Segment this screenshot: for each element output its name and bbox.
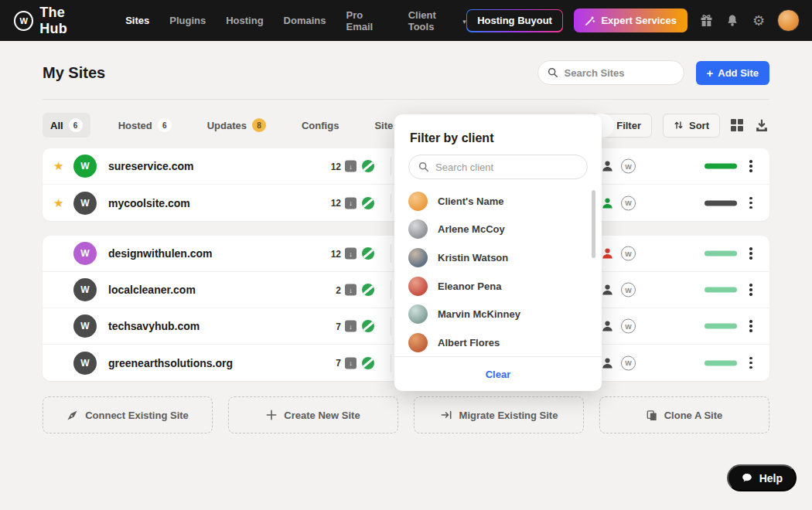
column-divider <box>391 157 391 175</box>
tab-all[interactable]: All 6 <box>43 113 90 138</box>
sort-button[interactable]: Sort <box>663 114 720 138</box>
expert-services-button[interactable]: Expert Services <box>574 8 687 32</box>
grid-view-icon[interactable] <box>731 119 743 131</box>
wordpress-icon[interactable]: W <box>621 283 636 298</box>
client-search-box[interactable] <box>408 155 588 179</box>
header-divider <box>43 99 769 100</box>
tab-configs[interactable]: Configs <box>294 114 346 137</box>
client-row[interactable]: Eleanor Pena <box>408 272 586 301</box>
migrate-existing-site-button[interactable]: Migrate Existing Site <box>414 396 584 434</box>
client-avatar <box>408 333 428 352</box>
nav-item-pro-email[interactable]: Pro Email <box>346 9 387 32</box>
tab-label: Hosted <box>118 120 152 131</box>
wordpress-icon[interactable]: W <box>621 246 636 261</box>
client-icon[interactable] <box>601 284 614 296</box>
nav-item-domains[interactable]: Domains <box>284 15 326 26</box>
client-row[interactable]: Arlene McCoy <box>408 216 586 244</box>
client-icon[interactable] <box>601 357 614 369</box>
nav-item-plugins[interactable]: Plugins <box>169 15 206 26</box>
updates-icon: ↓ <box>345 197 357 209</box>
wordpress-icon[interactable]: W <box>621 196 636 210</box>
search-sites-input[interactable] <box>565 67 665 79</box>
nav-item-hosting[interactable]: Hosting <box>226 15 263 26</box>
client-avatar <box>408 304 428 324</box>
row-menu-button[interactable] <box>746 194 756 212</box>
updates-count: 12 <box>331 198 341 209</box>
nav-item-client-tools[interactable]: Client Tools ▾ <box>408 9 466 32</box>
site-avatar: W <box>73 155 97 178</box>
connect-pen-icon <box>67 410 78 421</box>
client-icon[interactable] <box>601 160 614 172</box>
chevron-down-icon: ▾ <box>462 18 466 26</box>
popup-scrollbar[interactable] <box>592 190 595 258</box>
page-header: My Sites + Add Site <box>43 59 769 87</box>
tab-label: All <box>50 120 63 131</box>
add-site-button[interactable]: + Add Site <box>696 61 770 85</box>
updates-cell[interactable]: 7 ↓ <box>290 357 357 369</box>
tab-hosted[interactable]: Hosted 6 <box>111 113 179 138</box>
client-row[interactable]: Albert Flores <box>408 328 586 357</box>
updates-cell[interactable]: 12 ↓ <box>290 248 357 260</box>
nav-item-sites[interactable]: Sites <box>125 15 149 26</box>
tab-updates[interactable]: Updates 8 <box>200 113 274 138</box>
export-download-icon[interactable] <box>754 117 769 133</box>
gift-icon[interactable] <box>698 13 714 29</box>
updates-cell[interactable]: 12 ↓ <box>290 197 357 209</box>
help-button[interactable]: Help <box>727 464 797 491</box>
nav-item-label: Plugins <box>169 15 206 26</box>
clear-filter-link[interactable]: Clear <box>486 369 511 380</box>
hub-logo-icon: W <box>14 11 33 31</box>
filter-by-client-popup: Filter by client Client's Name Arlene Mc… <box>394 114 602 391</box>
chat-bubble-icon <box>741 472 753 484</box>
row-menu-button[interactable] <box>746 157 756 175</box>
tab-label: Configs <box>302 120 339 131</box>
wordpress-icon[interactable]: W <box>621 319 636 334</box>
wordpress-icon[interactable]: W <box>621 355 636 370</box>
migrate-arrow-icon <box>440 410 452 420</box>
updates-count: 12 <box>331 248 341 259</box>
updates-cell[interactable]: 12 ↓ <box>290 161 357 172</box>
search-icon <box>418 162 429 172</box>
site-name[interactable]: techsavyhub.com <box>108 320 200 332</box>
client-row[interactable]: Client's Name <box>408 187 586 216</box>
search-sites-box[interactable] <box>537 60 684 85</box>
site-name[interactable]: localcleaner.com <box>108 284 196 296</box>
site-avatar: W <box>73 192 97 215</box>
site-name[interactable]: greenearthsolutions.org <box>108 357 233 369</box>
connect-existing-site-button[interactable]: Connect Existing Site <box>43 396 213 434</box>
row-menu-button[interactable] <box>746 244 756 263</box>
updates-cell[interactable]: 2 ↓ <box>290 284 357 296</box>
client-row[interactable]: Marvin McKinney <box>408 300 586 328</box>
brand[interactable]: W The Hub <box>14 5 94 37</box>
settings-gear-icon[interactable]: ⚙ <box>751 13 766 29</box>
nav-menu: Sites Plugins Hosting Domains Pro Email … <box>125 9 466 32</box>
client-avatar <box>408 277 428 296</box>
client-search-input[interactable] <box>435 162 571 173</box>
row-menu-button[interactable] <box>746 354 756 372</box>
footer-action-label: Create New Site <box>284 410 360 421</box>
performance-icon <box>362 284 374 296</box>
status-pill <box>705 287 737 293</box>
plus-icon: + <box>707 66 714 80</box>
client-icon[interactable] <box>601 320 614 332</box>
site-name[interactable]: mycoolsite.com <box>108 197 190 209</box>
user-avatar[interactable] <box>777 9 800 32</box>
row-menu-button[interactable] <box>746 280 756 299</box>
client-icon[interactable] <box>601 197 614 209</box>
wordpress-icon[interactable]: W <box>621 159 636 174</box>
favorite-star-icon[interactable]: ★ <box>53 159 63 173</box>
client-icon[interactable] <box>601 247 614 260</box>
row-menu-button[interactable] <box>746 317 756 335</box>
tab-count-badge: 6 <box>69 118 83 132</box>
favorite-star-icon[interactable]: ★ <box>53 196 63 210</box>
nav-item-label: Client Tools <box>408 9 459 32</box>
site-name[interactable]: sureservice.com <box>108 160 194 172</box>
notifications-bell-icon[interactable] <box>725 13 740 29</box>
client-row[interactable]: Kristin Watson <box>408 243 586 272</box>
updates-cell[interactable]: 7 ↓ <box>290 321 357 332</box>
clone-a-site-button[interactable]: Clone A Site <box>599 396 769 434</box>
site-name[interactable]: designwithulen.com <box>108 247 213 260</box>
create-new-site-button[interactable]: Create New Site <box>228 396 398 434</box>
updates-count: 7 <box>336 358 341 369</box>
hosting-buyout-button[interactable]: Hosting Buyout <box>466 9 564 32</box>
